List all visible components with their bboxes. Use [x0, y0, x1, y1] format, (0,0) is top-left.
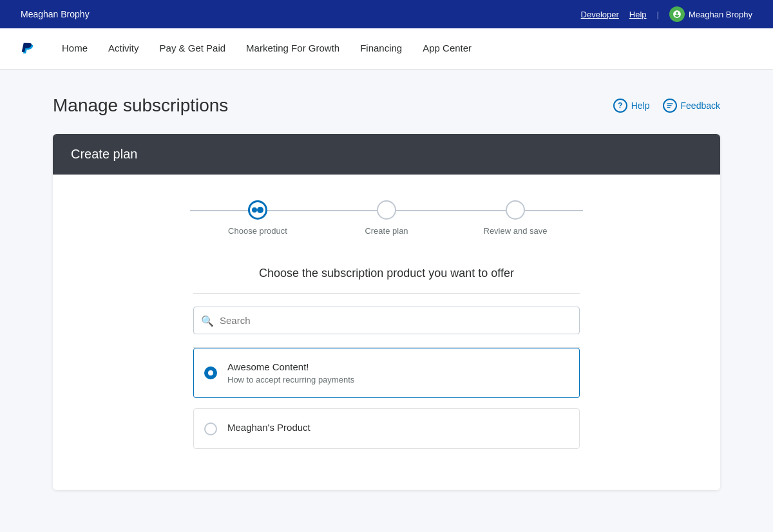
page-header: Manage subscriptions ? Help Feedback: [53, 95, 720, 116]
card-header: Create plan: [53, 134, 720, 175]
top-bar-actions: Developer Help | Meaghan Brophy: [581, 6, 752, 22]
radio-inner-1: [208, 370, 213, 375]
product-item-2[interactable]: Meaghan's Product: [193, 408, 580, 449]
step-circle-3: [506, 200, 525, 220]
product-name-2: Meaghan's Product: [227, 422, 310, 433]
step-label-1: Choose product: [228, 226, 287, 236]
help-label: Help: [631, 100, 650, 111]
developer-link[interactable]: Developer: [581, 10, 619, 19]
product-info-2: Meaghan's Product: [227, 422, 310, 435]
section-title: Choose the subscription product you want…: [193, 267, 580, 280]
product-info-1: Awesome Content! How to accept recurring…: [227, 361, 354, 385]
paypal-logo: [18, 40, 36, 58]
help-link[interactable]: Help: [629, 10, 647, 19]
nav-pay-get-paid[interactable]: Pay & Get Paid: [149, 28, 236, 69]
nav-app-center[interactable]: App Center: [412, 28, 482, 69]
step-circle-1: [248, 200, 267, 220]
feedback-label: Feedback: [681, 100, 720, 111]
search-wrapper: 🔍: [193, 307, 580, 334]
step-label-3: Review and save: [484, 226, 548, 236]
feedback-icon: [663, 99, 677, 113]
nav-marketing-for-growth[interactable]: Marketing For Growth: [236, 28, 350, 69]
feedback-button[interactable]: Feedback: [663, 99, 720, 113]
nav-activity[interactable]: Activity: [98, 28, 149, 69]
card-body: Choose product Create plan Review and sa…: [53, 175, 720, 490]
product-name-1: Awesome Content!: [227, 361, 354, 372]
help-button[interactable]: ? Help: [613, 99, 650, 113]
search-input[interactable]: [193, 307, 580, 334]
main-content: Manage subscriptions ? Help Feedback Cre…: [32, 70, 741, 516]
nav-home[interactable]: Home: [52, 28, 98, 69]
search-icon: 🔍: [201, 314, 214, 327]
content-area: Choose the subscription product you want…: [193, 267, 580, 449]
step-choose-product: Choose product: [193, 200, 322, 236]
step-circle-2: [377, 200, 396, 220]
stepper: Choose product Create plan Review and sa…: [71, 200, 702, 236]
section-divider: [193, 293, 580, 294]
radio-selected-1: [204, 366, 217, 379]
nav-financing[interactable]: Financing: [350, 28, 412, 69]
step-label-2: Create plan: [365, 226, 408, 236]
top-bar-user-name: Meaghan Brophy: [689, 10, 752, 19]
product-item-1[interactable]: Awesome Content! How to accept recurring…: [193, 348, 580, 398]
page-title: Manage subscriptions: [53, 95, 228, 116]
nav-bar: Home Activity Pay & Get Paid Marketing F…: [0, 28, 773, 70]
help-icon: ?: [613, 99, 627, 113]
product-desc-1: How to accept recurring payments: [227, 375, 354, 385]
user-avatar: [669, 6, 685, 22]
top-bar-username: Meaghan Brophy: [21, 9, 90, 19]
top-bar-divider: |: [657, 10, 659, 19]
page-actions: ? Help Feedback: [613, 99, 720, 113]
nav-items: Home Activity Pay & Get Paid Marketing F…: [52, 28, 482, 69]
card-title: Create plan: [71, 147, 137, 161]
top-bar: Meaghan Brophy Developer Help | Meaghan …: [0, 0, 773, 28]
create-plan-card: Create plan Choose product Create plan: [53, 134, 720, 490]
radio-outer-2: [204, 423, 217, 435]
step-create-plan: Create plan: [322, 200, 451, 236]
step-review-save: Review and save: [451, 200, 580, 236]
user-badge: Meaghan Brophy: [669, 6, 752, 22]
